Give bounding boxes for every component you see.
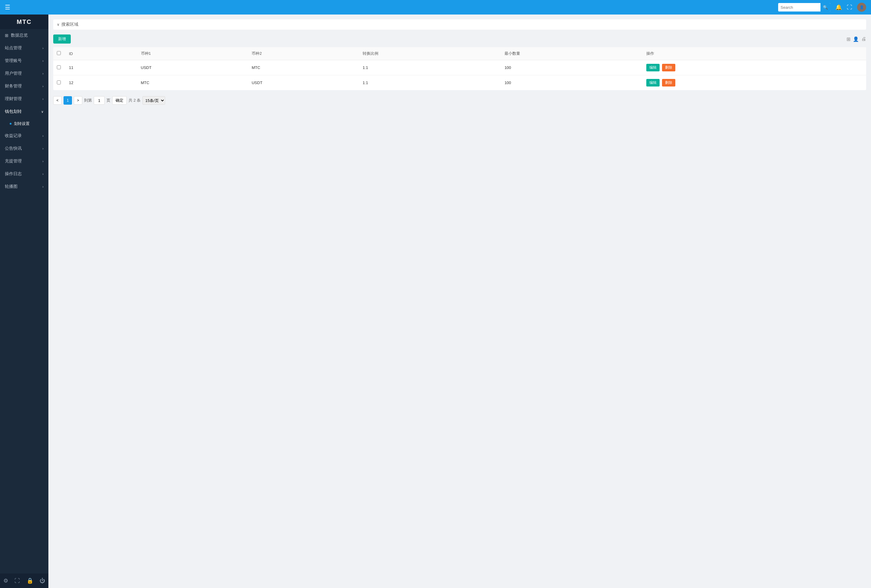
next-page-button[interactable]: >	[74, 96, 82, 105]
chevron-right-icon: ›	[42, 46, 43, 50]
sidebar-item-log[interactable]: 操作日志 ›	[0, 168, 48, 180]
sidebar-sub-transfer-settings[interactable]: 划转设置	[0, 118, 48, 129]
sidebar-sub-label-transfer: 划转设置	[14, 121, 30, 126]
table-row: 12 MTC USDT 1:1 100 编辑 删除	[53, 75, 866, 90]
sidebar-item-wealth[interactable]: 理财管理 ›	[0, 93, 48, 105]
page-label: 页	[106, 98, 111, 103]
table-container: ID 币种1 币种2 转换比例 最小数量 操作 11 USDT MTC 1:1	[53, 47, 866, 90]
chevron-right-icon-5: ›	[42, 97, 43, 101]
edit-button-1[interactable]: 编辑	[646, 79, 660, 87]
sidebar-item-user[interactable]: 用户管理 ›	[0, 67, 48, 80]
toolbar: 新增 ⊞ 👤 🖨	[53, 34, 866, 43]
table-header-row: ID 币种1 币种2 转换比例 最小数量 操作	[53, 47, 866, 60]
header-right: 🔍 🔔 ⛶ 👤	[778, 3, 866, 12]
total-count-label: 共 2 条	[129, 98, 141, 103]
sidebar-label-notice: 公告快讯	[5, 146, 22, 151]
row-actions-1: 编辑 删除	[643, 75, 866, 90]
active-dot	[10, 123, 12, 125]
print-icon[interactable]: 🖨	[861, 36, 866, 42]
prev-page-button[interactable]: <	[53, 96, 62, 105]
table-body: 11 USDT MTC 1:1 100 编辑 删除 12 MTC USDT 1:…	[53, 60, 866, 90]
header-left: ☰	[5, 4, 10, 11]
chevron-down-icon-search: ∨	[57, 22, 60, 27]
power-icon[interactable]: ⏻	[40, 578, 45, 584]
search-input[interactable]	[778, 3, 820, 12]
sidebar-label-finance: 财务管理	[5, 84, 22, 89]
row-checkbox-cell	[53, 60, 65, 75]
sidebar-label-user: 用户管理	[5, 71, 22, 76]
search-area-toggle[interactable]: ∨ 搜索区域	[57, 22, 862, 27]
search-area-label: 搜索区域	[61, 22, 78, 27]
toolbar-right: ⊞ 👤 🖨	[847, 36, 866, 42]
col-id: ID	[65, 47, 137, 60]
col-min-qty: 最小数量	[501, 47, 643, 60]
col-action: 操作	[643, 47, 866, 60]
delete-button-1[interactable]: 删除	[662, 79, 675, 87]
chevron-right-icon-8: ›	[42, 159, 43, 163]
page-1-button[interactable]: 1	[63, 96, 72, 105]
row-checkbox-1[interactable]	[57, 81, 61, 84]
row-actions-0: 编辑 删除	[643, 60, 866, 75]
row-id-1: 12	[65, 75, 137, 90]
select-all-checkbox[interactable]	[57, 51, 61, 55]
col-coin1: 币种1	[137, 47, 248, 60]
home-icon: ⊞	[5, 33, 9, 38]
search-box: 🔍	[778, 3, 831, 12]
hamburger-icon[interactable]: ☰	[5, 4, 10, 11]
page-confirm-button[interactable]: 确定	[112, 96, 127, 105]
data-table: ID 币种1 币种2 转换比例 最小数量 操作 11 USDT MTC 1:1	[53, 47, 866, 90]
row-min-qty-0: 100	[501, 60, 643, 75]
settings-icon[interactable]: ⚙	[3, 578, 8, 584]
sidebar-item-recharge[interactable]: 充提管理 ›	[0, 155, 48, 168]
col-ratio: 转换比例	[359, 47, 501, 60]
grid-view-icon[interactable]: ⊞	[847, 36, 850, 42]
sidebar-item-notice[interactable]: 公告快讯 ›	[0, 142, 48, 155]
row-checkbox-0[interactable]	[57, 65, 61, 69]
col-checkbox	[53, 47, 65, 60]
fullscreen-icon[interactable]: ⛶	[847, 4, 852, 10]
bell-icon[interactable]: 🔔	[835, 4, 842, 10]
sidebar-item-finance[interactable]: 财务管理 ›	[0, 80, 48, 93]
page-goto-input[interactable]	[94, 96, 105, 105]
sidebar-item-site[interactable]: 站点管理 ›	[0, 42, 48, 54]
col-coin2: 币种2	[248, 47, 359, 60]
search-button[interactable]: 🔍	[820, 3, 831, 12]
row-ratio-1: 1:1	[359, 75, 501, 90]
avatar-image: 👤	[857, 3, 866, 12]
chevron-down-icon: ∨	[41, 110, 43, 114]
row-coin2-1: USDT	[248, 75, 359, 90]
sidebar-nav: ⊞ 数据总览 站点管理 › 管理账号 › 用户管	[0, 29, 48, 573]
pagination: < 1 > 到第 页 确定 共 2 条 15条/页 30条/页 50条/页	[53, 94, 866, 107]
chevron-right-icon-10: ›	[42, 185, 43, 189]
chevron-right-icon-9: ›	[42, 172, 43, 176]
person-icon[interactable]: 👤	[853, 36, 859, 42]
search-area: ∨ 搜索区域	[53, 19, 866, 30]
sidebar-item-dashboard[interactable]: ⊞ 数据总览	[0, 29, 48, 42]
sidebar-item-income[interactable]: 收益记录 ›	[0, 129, 48, 142]
sidebar-item-wallet[interactable]: 钱包划转 ∨	[0, 105, 48, 118]
row-id-0: 11	[65, 60, 137, 75]
sidebar-label-site: 站点管理	[5, 45, 22, 51]
add-button[interactable]: 新增	[53, 34, 71, 43]
expand-icon[interactable]: ⛶	[15, 578, 20, 584]
row-min-qty-1: 100	[501, 75, 643, 90]
sidebar-item-carousel[interactable]: 轮播图 ›	[0, 180, 48, 193]
chevron-right-icon-7: ›	[42, 147, 43, 150]
row-coin2-0: MTC	[248, 60, 359, 75]
row-coin1-1: MTC	[137, 75, 248, 90]
top-header: ☰ 🔍 🔔 ⛶ 👤	[0, 0, 871, 15]
sidebar-label-carousel: 轮播图	[5, 184, 18, 189]
sidebar-item-manage-account[interactable]: 管理账号 ›	[0, 54, 48, 67]
chevron-right-icon-2: ›	[42, 59, 43, 63]
sidebar: MTC ⊞ 数据总览 站点管理 › 管理账号 ›	[0, 15, 48, 588]
delete-button-0[interactable]: 删除	[662, 64, 675, 71]
per-page-select[interactable]: 15条/页 30条/页 50条/页	[142, 96, 165, 105]
main-content: ∨ 搜索区域 新增 ⊞ 👤 🖨 ID	[48, 15, 871, 588]
avatar[interactable]: 👤	[857, 3, 866, 12]
sidebar-label-income: 收益记录	[5, 133, 22, 139]
sidebar-label-wallet: 钱包划转	[5, 109, 22, 114]
sidebar-label-log: 操作日志	[5, 171, 22, 177]
lock-icon[interactable]: 🔒	[27, 578, 33, 584]
edit-button-0[interactable]: 编辑	[646, 64, 660, 71]
sidebar-label-wealth: 理财管理	[5, 96, 22, 102]
